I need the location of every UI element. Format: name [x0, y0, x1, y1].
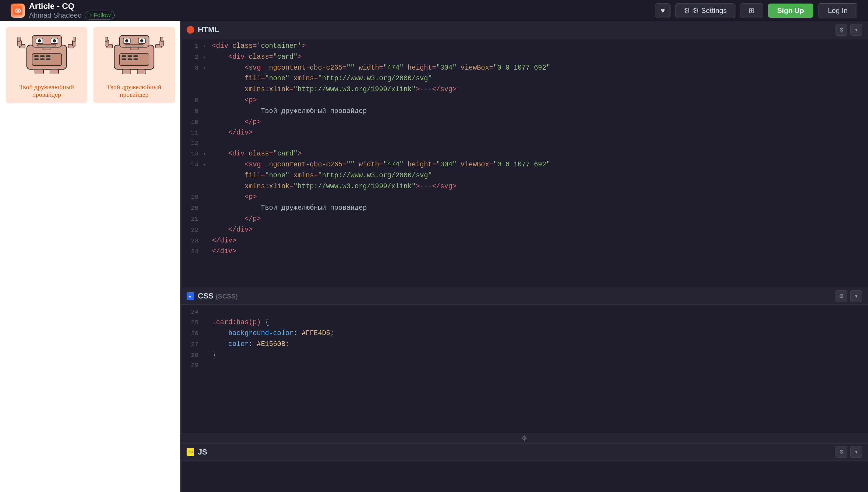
css-line-29: 29	[181, 361, 868, 370]
drag-handle[interactable]: ✥	[181, 433, 868, 444]
code-line-23: 23 </div>	[181, 236, 868, 246]
svg-rect-19	[46, 58, 50, 60]
html-section: HTML ⚙ ▾ 1 ▾ <div class='container'> 2 ▾…	[181, 21, 868, 288]
svg-point-9	[38, 39, 41, 43]
logo-area: CQ Article - CQ Ahmad Shadeed + Follow	[10, 1, 648, 20]
settings-button[interactable]: ⚙ ⚙ Settings	[675, 3, 735, 18]
html-label: HTML	[198, 25, 219, 34]
html-title: HTML	[187, 25, 219, 34]
html-header: HTML ⚙ ▾	[181, 21, 868, 38]
css-section: ★ CSS (SCSS) ⚙ ▾ 24 25 .card	[181, 288, 868, 433]
top-nav: CQ Article - CQ Ahmad Shadeed + Follow ♥…	[0, 0, 868, 21]
card-image-2	[93, 27, 175, 80]
cards-row: Твой дружелюбный провайдер	[6, 27, 175, 103]
svg-rect-41	[127, 58, 132, 60]
svg-rect-18	[40, 58, 45, 60]
author-name: Ahmad Shadeed	[29, 11, 82, 20]
code-line-1: 1 ▾ <div class='container'>	[181, 41, 868, 52]
code-line-15: fill="none" xmlns="http://www.w3.org/200…	[181, 170, 868, 181]
code-line-19: 19 <p>	[181, 192, 868, 203]
css-line-25: 25 .card:has(p) {	[181, 317, 868, 328]
code-line-9: 9 Твой дружелюбный провайдер	[181, 106, 868, 117]
card-preview-1: Твой дружелюбный провайдер	[6, 27, 87, 103]
svg-rect-16	[46, 55, 50, 57]
drag-icon: ✥	[521, 434, 527, 442]
svg-rect-24	[50, 69, 58, 74]
css-settings-button[interactable]: ⚙	[836, 290, 847, 302]
code-line-3: 3 ▾ <svg _ngcontent-qbc-c265="" width="4…	[181, 63, 868, 73]
svg-rect-17	[34, 58, 39, 60]
js-settings-button[interactable]: ⚙	[836, 446, 847, 458]
js-expand-button[interactable]: ▾	[850, 446, 862, 458]
svg-rect-11	[38, 45, 56, 46]
css-line-24: 24	[181, 307, 868, 317]
css-label: CSS (SCSS)	[198, 291, 238, 300]
code-line-24: 24 </div>	[181, 246, 868, 257]
svg-rect-47	[137, 69, 146, 74]
card-image-1	[6, 27, 87, 80]
css-title: ★ CSS (SCSS)	[187, 291, 238, 300]
svg-point-10	[53, 39, 56, 43]
svg-rect-35	[130, 47, 138, 50]
code-line-11: 11 </div>	[181, 127, 868, 138]
js-section: JS JS ⚙ ▾	[181, 444, 868, 492]
svg-text:JS: JS	[189, 450, 192, 454]
js-actions: ⚙ ▾	[836, 446, 862, 458]
preview-panel: Твой дружелюбный провайдер	[0, 21, 181, 492]
code-line-21: 21 </p>	[181, 214, 868, 224]
code-line-22: 22 </div>	[181, 224, 868, 236]
article-info: Article - CQ Ahmad Shadeed + Follow	[29, 1, 115, 20]
logo-icon: CQ	[10, 3, 25, 18]
html-icon	[187, 26, 194, 34]
card-preview-2: Твой дружелюбный провайдер	[93, 27, 175, 103]
layout-icon: ⊞	[749, 6, 755, 15]
code-line-5: xmlns:xlink="http://www.w3.org/1999/xlin…	[181, 84, 868, 95]
svg-rect-4	[18, 37, 20, 42]
article-title: Article - CQ	[29, 1, 115, 11]
code-line-13: 13 ▾ <div class="card">	[181, 148, 868, 159]
code-line-10: 10 </p>	[181, 117, 868, 128]
layout-button[interactable]: ⊞	[740, 3, 763, 18]
html-code: 1 ▾ <div class='container'> 2 ▾ <div cla…	[181, 38, 868, 288]
html-expand-button[interactable]: ▾	[850, 24, 862, 36]
js-title: JS JS	[187, 447, 207, 457]
css-code: 24 25 .card:has(p) { 26 background-color…	[181, 305, 868, 433]
svg-rect-37	[122, 55, 126, 57]
heart-button[interactable]: ♥	[655, 3, 671, 18]
card-text-1: Твой дружелюбный провайдер	[6, 80, 87, 103]
svg-rect-27	[105, 37, 108, 42]
svg-rect-12	[43, 47, 51, 50]
code-panel: HTML ⚙ ▾ 1 ▾ <div class='container'> 2 ▾…	[181, 21, 868, 492]
gear-icon: ⚙	[684, 6, 690, 15]
css-expand-button[interactable]: ▾	[850, 290, 862, 302]
heart-icon: ♥	[661, 6, 665, 15]
css-actions: ⚙ ▾	[836, 290, 862, 302]
settings-label: ⚙ Settings	[693, 6, 727, 15]
follow-button[interactable]: + Follow	[85, 11, 115, 20]
svg-rect-39	[134, 55, 138, 57]
svg-rect-46	[122, 69, 131, 74]
svg-rect-23	[35, 69, 43, 74]
svg-text:CQ: CQ	[15, 8, 21, 13]
js-label: JS	[198, 447, 207, 457]
card-text-2: Твой дружелюбный провайдер	[93, 80, 175, 103]
svg-rect-45	[160, 37, 163, 42]
svg-rect-15	[40, 55, 45, 57]
svg-rect-42	[134, 58, 138, 60]
html-settings-button[interactable]: ⚙	[836, 24, 847, 36]
js-header: JS JS ⚙ ▾	[181, 444, 868, 461]
main-layout: Твой дружелюбный провайдер	[0, 21, 868, 492]
login-button[interactable]: Log In	[818, 3, 858, 18]
code-line-4: fill="none" xmlns="http://www.w3.org/200…	[181, 73, 868, 84]
svg-rect-38	[127, 55, 132, 57]
code-line-14: 14 ▾ <svg _ngcontent-qbc-c265="" width="…	[181, 159, 868, 170]
nav-actions: ♥ ⚙ ⚙ Settings ⊞ Sign Up Log In	[655, 3, 858, 18]
svg-rect-34	[125, 45, 143, 46]
svg-point-33	[140, 39, 143, 43]
svg-text:★: ★	[188, 295, 192, 298]
css-line-26: 26 background-color: #FFE4D5;	[181, 328, 868, 339]
code-line-2: 2 ▾ <div class="card">	[181, 52, 868, 63]
signup-button[interactable]: Sign Up	[768, 3, 814, 18]
css-header: ★ CSS (SCSS) ⚙ ▾	[181, 288, 868, 305]
svg-point-32	[125, 39, 128, 43]
